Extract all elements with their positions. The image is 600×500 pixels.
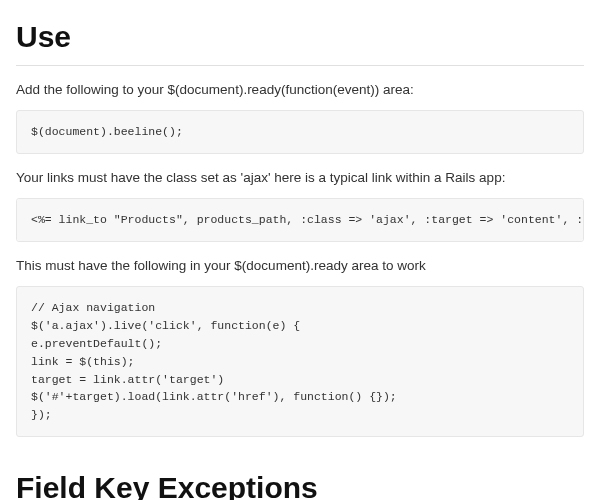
heading-field-key-exceptions: Field Key Exceptions	[16, 465, 584, 500]
paragraph-use-3: This must have the following in your $(d…	[16, 256, 584, 276]
code-block-2: <%= link_to "Products", products_path, :…	[16, 198, 584, 242]
heading-use: Use	[16, 14, 584, 66]
code-block-3: // Ajax navigation $('a.ajax').live('cli…	[16, 286, 584, 437]
paragraph-use-1: Add the following to your $(document).re…	[16, 80, 584, 100]
code-block-1: $(document).beeline();	[16, 110, 584, 154]
paragraph-use-2: Your links must have the class set as 'a…	[16, 168, 584, 188]
